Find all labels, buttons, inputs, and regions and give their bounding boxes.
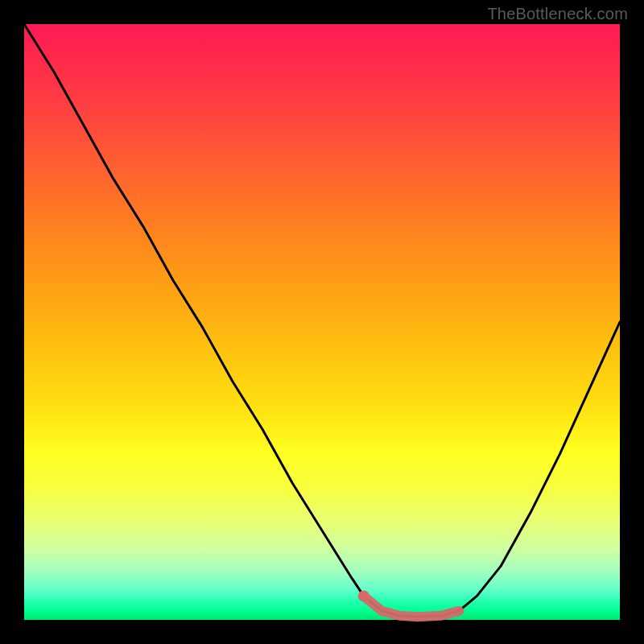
optimal-highlight [364,596,459,617]
chart-container: TheBottleneck.com [0,0,644,644]
start-marker [358,590,369,601]
watermark-text: TheBottleneck.com [487,5,628,23]
curve-svg [24,24,620,620]
plot-area [24,24,620,620]
bottleneck-curve [24,24,620,617]
